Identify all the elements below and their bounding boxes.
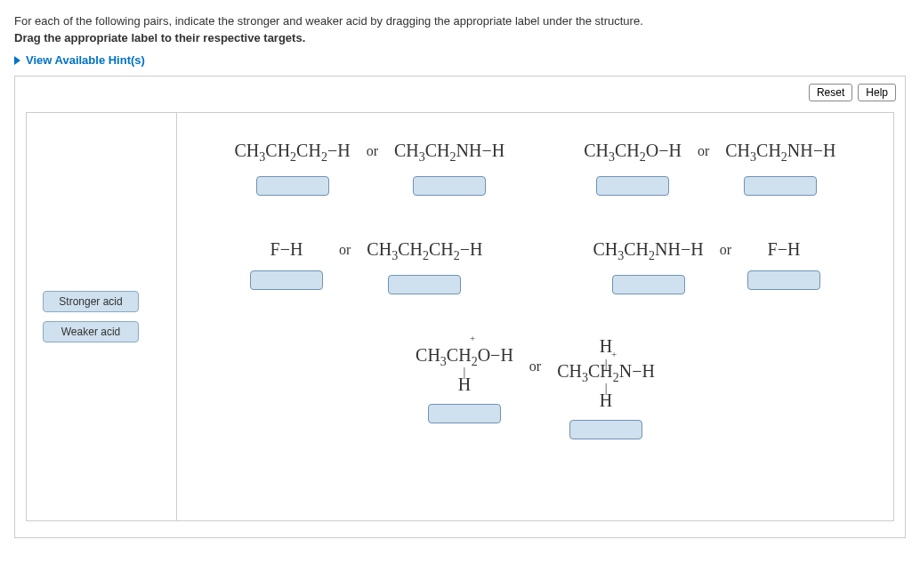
pair-3: F−H or CH3CH2CH2−H <box>250 238 482 294</box>
formula-p4a: CH3CH2NH−H <box>593 238 703 264</box>
formula-p1b: CH3CH2NH−H <box>394 140 504 165</box>
dropzone-p1a[interactable] <box>256 176 329 196</box>
pair-4: CH3CH2NH−H or F−H <box>593 238 820 294</box>
dropzone-p2b[interactable] <box>744 176 817 196</box>
dropzone-p3b[interactable] <box>388 275 461 294</box>
formula-p5b: H |+ CH3CH2N−H | H <box>557 337 655 409</box>
hints-label: View Available Hint(s) <box>26 53 145 67</box>
reset-button[interactable]: Reset <box>809 84 852 101</box>
formula-p3a: F−H <box>270 238 303 260</box>
or-text: or <box>339 242 351 258</box>
formula-p1a: CH3CH2CH2−H <box>235 140 351 165</box>
pair-1: CH3CH2CH2−H or CH3CH2NH−H <box>235 140 505 196</box>
formula-p4b: F−H <box>768 238 801 260</box>
labels-panel: Stronger acid Weaker acid <box>26 112 177 521</box>
pair-5: + CH3CH2O−H | H or H |+ CH3CH2N−H <box>416 337 655 439</box>
view-hints-toggle[interactable]: View Available Hint(s) <box>14 53 145 67</box>
dropzone-p2a[interactable] <box>596 176 669 196</box>
draggable-stronger-acid[interactable]: Stronger acid <box>43 291 139 312</box>
dropzone-p1b[interactable] <box>413 176 486 196</box>
formula-p3b: CH3CH2CH2−H <box>367 238 482 264</box>
help-button[interactable]: Help <box>858 84 896 101</box>
or-text: or <box>698 143 709 159</box>
dropzone-p5b[interactable] <box>569 420 642 439</box>
chevron-right-icon <box>14 56 20 65</box>
formula-p2a: CH3CH2O−H <box>584 140 682 165</box>
dropzone-p4b[interactable] <box>747 270 820 290</box>
instructions-block: For each of the following pairs, indicat… <box>14 14 906 44</box>
or-text: or <box>367 143 378 159</box>
draggable-weaker-acid[interactable]: Weaker acid <box>43 321 139 342</box>
pair-2: CH3CH2O−H or CH3CH2NH−H <box>584 140 835 196</box>
drop-canvas: CH3CH2CH2−H or CH3CH2NH−H CH3CH2O−H or <box>177 112 894 521</box>
work-area: Reset Help Stronger acid Weaker acid CH3… <box>14 76 906 538</box>
dropzone-p3a[interactable] <box>250 270 323 290</box>
dropzone-p4a[interactable] <box>612 275 685 294</box>
formula-p5a: + CH3CH2O−H | H <box>416 337 513 393</box>
instruction-line-1: For each of the following pairs, indicat… <box>14 14 906 28</box>
or-text: or <box>529 358 541 375</box>
dropzone-p5a[interactable] <box>428 404 501 423</box>
formula-p2b: CH3CH2NH−H <box>725 140 835 165</box>
instruction-line-2: Drag the appropriate label to their resp… <box>14 31 906 44</box>
or-text: or <box>720 242 731 258</box>
